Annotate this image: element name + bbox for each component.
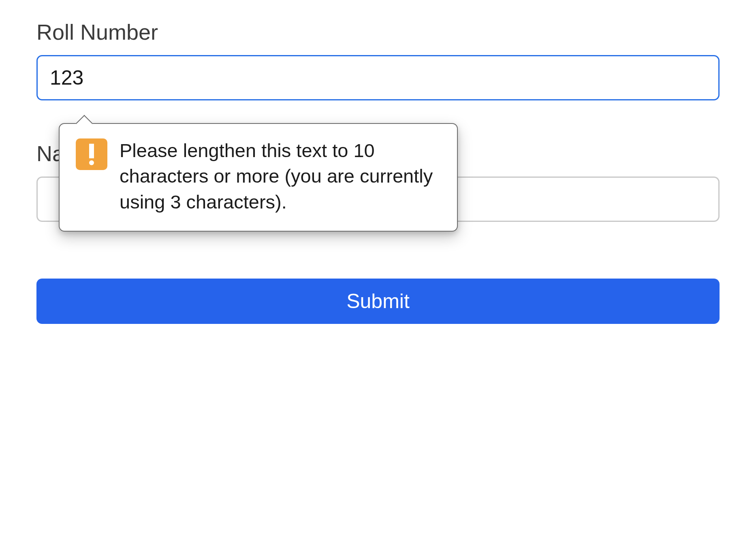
svg-point-1 [89, 160, 94, 165]
validation-tooltip: Please lengthen this text to 10 characte… [59, 123, 458, 232]
warning-icon [76, 138, 107, 170]
validation-message: Please lengthen this text to 10 characte… [120, 138, 441, 215]
tooltip-arrow [76, 115, 93, 132]
svg-rect-0 [89, 144, 94, 158]
roll-number-label: Roll Number [36, 19, 720, 45]
roll-number-group: Roll Number Please lengthen this text to… [36, 19, 720, 100]
roll-number-input[interactable] [36, 55, 720, 100]
submit-button[interactable]: Submit [36, 279, 720, 324]
